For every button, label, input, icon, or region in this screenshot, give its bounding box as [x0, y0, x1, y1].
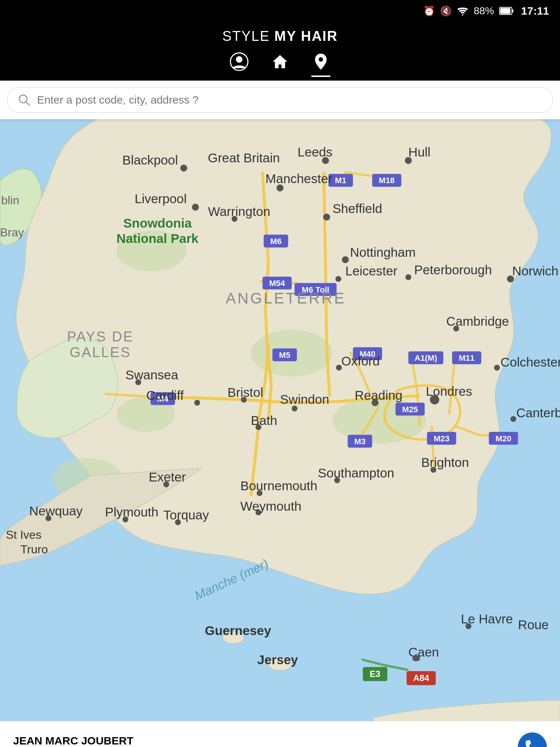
svg-point-25 [342, 256, 349, 263]
search-input[interactable] [37, 94, 542, 106]
svg-text:Roue: Roue [518, 618, 549, 632]
svg-text:Great Britain: Great Britain [208, 151, 280, 165]
svg-text:Manchester: Manchester [265, 171, 332, 186]
svg-text:Blackpool: Blackpool [122, 153, 178, 167]
svg-text:Bournemouth: Bournemouth [240, 479, 317, 493]
svg-text:National Park: National Park [117, 231, 199, 245]
svg-text:Newquay: Newquay [29, 504, 83, 518]
svg-point-22 [192, 204, 199, 210]
svg-text:Sheffield: Sheffield [332, 201, 382, 216]
svg-point-20 [180, 165, 187, 171]
svg-point-126 [412, 655, 418, 661]
svg-text:PAYS DE: PAYS DE [67, 329, 134, 344]
app-header: STYLE MY HAIR [0, 22, 560, 81]
svg-text:M18: M18 [379, 176, 395, 185]
svg-point-30 [494, 365, 500, 371]
svg-text:M23: M23 [433, 434, 450, 443]
svg-point-124 [466, 623, 471, 629]
svg-text:Truro: Truro [20, 543, 48, 556]
svg-text:Leicester: Leicester [345, 264, 397, 278]
svg-text:ANGLETERRE: ANGLETERRE [226, 290, 346, 307]
mute-icon: 🔇 [440, 5, 452, 17]
svg-text:M25: M25 [402, 405, 418, 414]
phone-icon [524, 739, 540, 747]
svg-text:Southampton: Southampton [318, 466, 394, 480]
svg-text:Bath: Bath [251, 413, 277, 427]
svg-text:Colchester: Colchester [501, 355, 560, 369]
svg-text:Swindon: Swindon [280, 392, 329, 406]
status-icons: ⏰ 🔇 88% 17:11 [423, 5, 549, 17]
svg-text:Guernesey: Guernesey [205, 623, 271, 638]
svg-text:M1: M1 [335, 176, 346, 185]
svg-text:Norwich: Norwich [512, 264, 559, 278]
svg-text:GALLES: GALLES [70, 344, 131, 360]
svg-text:Plymouth: Plymouth [105, 505, 159, 519]
battery-icon [499, 6, 514, 16]
svg-text:Oxford: Oxford [341, 354, 380, 368]
svg-text:Canterbury: Canterbury [516, 406, 560, 420]
svg-text:A1(M): A1(M) [415, 353, 437, 363]
svg-text:M3: M3 [354, 437, 366, 446]
svg-text:blin: blin [1, 194, 19, 207]
svg-text:E3: E3 [370, 669, 380, 679]
svg-text:Londres: Londres [426, 384, 472, 398]
svg-text:Reading: Reading [355, 388, 402, 402]
svg-text:M6: M6 [270, 237, 281, 246]
svg-text:Swansea: Swansea [125, 368, 178, 382]
location-name: JEAN MARC JOUBERT [13, 735, 133, 747]
wifi-icon [457, 6, 468, 16]
svg-text:St Ives: St Ives [6, 528, 42, 541]
search-container [0, 81, 560, 119]
svg-point-26 [335, 276, 341, 282]
svg-text:M5: M5 [279, 351, 290, 360]
svg-text:Warrington: Warrington [208, 204, 271, 218]
map-container[interactable]: M1 M18 M6 M54 M6 Toll M5 M40 A1(M) M11 M… [0, 119, 560, 721]
svg-text:Torquay: Torquay [163, 508, 209, 522]
svg-text:M11: M11 [459, 353, 475, 363]
svg-point-38 [194, 400, 200, 406]
call-button[interactable]: Call [518, 732, 547, 747]
call-icon-circle [518, 732, 547, 747]
svg-text:Cambridge: Cambridge [446, 314, 509, 328]
svg-point-36 [292, 406, 298, 411]
svg-rect-3 [500, 8, 510, 14]
svg-text:Cardiff: Cardiff [146, 388, 184, 402]
nav-profile[interactable] [230, 52, 249, 77]
svg-point-5 [236, 56, 242, 63]
svg-text:Bristol: Bristol [228, 385, 263, 399]
svg-text:M20: M20 [495, 434, 512, 443]
location-info: JEAN MARC JOUBERT 13 RUE ETIENNE MARCEL … [13, 735, 133, 747]
nav-bar [230, 52, 330, 81]
search-bar[interactable] [7, 87, 553, 113]
svg-text:Snowdonia: Snowdonia [123, 216, 192, 230]
person-icon [230, 52, 249, 71]
bottom-card: JEAN MARC JOUBERT 13 RUE ETIENNE MARCEL … [0, 721, 560, 747]
svg-rect-2 [512, 9, 513, 12]
svg-text:Weymouth: Weymouth [240, 499, 302, 513]
battery-text: 88% [474, 5, 494, 17]
svg-point-34 [510, 416, 516, 422]
svg-text:Bray: Bray [0, 226, 24, 239]
alarm-icon: ⏰ [423, 5, 435, 17]
home-icon [271, 52, 289, 71]
nav-home[interactable] [271, 52, 289, 77]
status-bar: ⏰ 🔇 88% 17:11 [0, 0, 560, 22]
title-normal: STYLE [222, 28, 275, 44]
svg-point-27 [405, 274, 411, 280]
svg-text:Exeter: Exeter [149, 470, 186, 484]
nav-location[interactable] [311, 52, 330, 77]
svg-marker-6 [273, 55, 287, 68]
svg-text:M54: M54 [269, 279, 285, 288]
time-display: 17:11 [521, 5, 549, 17]
app-title: STYLE MY HAIR [222, 28, 338, 44]
svg-point-0 [462, 14, 463, 16]
svg-line-9 [26, 102, 30, 105]
svg-text:Brighton: Brighton [421, 455, 469, 469]
location-pin-icon [311, 52, 330, 71]
svg-text:Leeds: Leeds [298, 145, 332, 159]
svg-text:Peterborough: Peterborough [414, 263, 492, 277]
map-svg: M1 M18 M6 M54 M6 Toll M5 M40 A1(M) M11 M… [0, 119, 560, 721]
svg-text:A84: A84 [413, 673, 429, 683]
svg-text:Liverpool: Liverpool [135, 191, 187, 206]
search-icon [18, 93, 31, 107]
